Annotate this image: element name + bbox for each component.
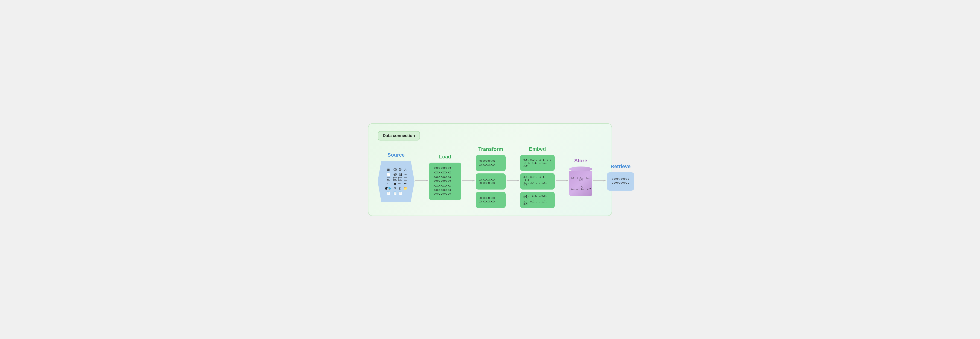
- load-line-5: XXXXXXXXXX: [434, 184, 457, 187]
- store-line-1: 0.5, 0.2....0.1, 0.9: [570, 177, 591, 181]
- embed-col: 0.5, 0.2....0.1, 0.9 -0.1, 0.4....1.4, 5…: [520, 155, 555, 208]
- svg-marker-1: [395, 169, 396, 170]
- embed-block-3: 5.5, -0.3....0.8, 2.3 2.1, 0.1....-1.7, …: [520, 192, 555, 208]
- icon-html: HTML: [398, 182, 402, 185]
- store-line-3: 2.1, 0.1....-1.7, 0.9: [570, 185, 591, 190]
- icon-folder: 📁: [403, 186, 407, 190]
- icon-twitter: 🐦: [385, 186, 392, 190]
- title-badge: Data connection: [378, 131, 420, 140]
- svg-text:DOC: DOC: [393, 178, 396, 180]
- embed-block-1: 0.5, 0.2....0.1, 0.9 -0.1, 0.4....1.4, 5…: [520, 155, 555, 171]
- transform-block-2: XXXXXXXXXX XXXXXXXXXX: [476, 173, 506, 189]
- source-shape: ⊞ △ 📄 🖼 CSV: [378, 161, 414, 202]
- icon-csv: CSV: [403, 172, 407, 176]
- t2-line2: XXXXXXXXXX: [479, 182, 502, 185]
- stage-embed: Embed 0.5, 0.2....0.1, 0.9 -0.1, 0.4....…: [520, 146, 555, 208]
- transform-block-3: XXXXXXXXXX XXXXXXXXXX: [476, 192, 506, 208]
- load-block: XXXXXXXXXX XXXXXXXXXX XXXXXXXXXX XXXXXXX…: [429, 162, 461, 200]
- load-line-6: XXXXXXXXXX: [434, 189, 457, 192]
- retrieve-label: Retrieve: [611, 164, 631, 170]
- icon-wikipedia: W: [403, 182, 407, 185]
- r-line1: XXXXXXXXXX: [612, 178, 629, 181]
- svg-text:M↓: M↓: [387, 183, 388, 185]
- t3-line1: XXXXXXXXXX: [479, 197, 502, 199]
- stage-transform: Transform XXXXXXXXXX XXXXXXXXXX XXXXXXXX…: [476, 146, 506, 208]
- svg-point-4: [394, 173, 396, 176]
- load-line-7: XXXXXXXXXX: [434, 193, 457, 196]
- e3-line2: 2.1, 0.1....-1.7, 0.9: [523, 201, 552, 205]
- retrieve-block: XXXXXXXXXX XXXXXXXXXX: [607, 172, 635, 191]
- r-line2: XXXXXXXXXX: [612, 182, 629, 185]
- load-label: Load: [439, 154, 451, 160]
- icon-github: [393, 172, 397, 176]
- e3-line1: 5.5, -0.3....0.8, 2.3: [523, 194, 552, 200]
- embed-block-2: 0.2, 0.7....2.1, -1.2 4.1, 3.4....-1.5, …: [520, 173, 555, 189]
- source-label: Source: [388, 152, 405, 158]
- transform-col: XXXXXXXXXX XXXXXXXXXX XXXXXXXXXX XXXXXXX…: [476, 155, 506, 208]
- icon-gdrive: △: [403, 168, 407, 171]
- load-line-1: XXXXXXXXXX: [434, 167, 457, 170]
- stage-load: Load XXXXXXXXXX XXXXXXXXXX XXXXXXXXXX XX…: [429, 154, 461, 200]
- icon-file4: 📄: [398, 191, 402, 195]
- icon-notion: ▣: [393, 182, 397, 185]
- transform-block-1: XXXXXXXXXX XXXXXXXXXX: [476, 155, 506, 171]
- icon-image: 🖼: [398, 172, 402, 176]
- stage-retrieve: Retrieve XXXXXXXXXX XXXXXXXXXX: [607, 164, 635, 191]
- t1-line1: XXXXXXXXXX: [479, 160, 502, 162]
- embed-label: Embed: [529, 146, 546, 152]
- e2-line1: 0.2, 0.7....2.1, -1.2: [523, 176, 552, 181]
- e1-line1: 0.5, 0.2....0.1, 0.9: [523, 159, 552, 161]
- main-container: Data connection Source ⊞ △ 📄: [368, 123, 612, 216]
- arrow-5: [592, 178, 607, 183]
- pipeline: Source ⊞ △ 📄 🖼: [378, 146, 602, 208]
- svg-marker-28: [603, 180, 606, 181]
- svg-point-3: [401, 170, 401, 170]
- icon-ppt: PPT: [403, 177, 407, 181]
- store-cylinder: 0.5, 0.2....0.1, 0.9 : 2.1, 0.1....-1.7,…: [569, 167, 592, 196]
- svg-marker-26: [566, 180, 568, 181]
- icon-slack: ⊞: [385, 168, 392, 171]
- svg-text:TXT: TXT: [399, 178, 402, 180]
- svg-text:CSV: CSV: [404, 174, 407, 175]
- icon-code: {}: [398, 186, 402, 190]
- t2-line1: XXXXXXXXXX: [479, 178, 502, 181]
- svg-point-2: [399, 170, 400, 170]
- arrow-1: [414, 178, 429, 183]
- title-text: Data connection: [383, 133, 415, 138]
- e2-line2: 4.1, 3.4....-1.5, 2.5: [523, 182, 552, 187]
- icon-file2: 📄: [385, 191, 392, 195]
- svg-text:PPT: PPT: [404, 178, 406, 180]
- t1-line2: XXXXXXXXXX: [479, 164, 502, 166]
- e1-line2: -0.1, 0.4....1.4, 5.9: [523, 162, 552, 167]
- icon-youtube: [393, 168, 397, 171]
- icon-file3: 📄: [393, 191, 397, 195]
- stage-source: Source ⊞ △ 📄 🖼: [378, 152, 414, 202]
- stage-store: Store 0.5, 0.2....0.1, 0.9 : 2.1, 0.1...…: [569, 158, 592, 196]
- icon-zip: ZIP: [385, 177, 392, 181]
- transform-label: Transform: [478, 146, 503, 152]
- icon-discord: [398, 168, 402, 171]
- svg-text:ZIP: ZIP: [387, 178, 389, 180]
- svg-marker-20: [426, 180, 428, 181]
- store-line-2: :: [580, 182, 581, 185]
- icon-email: ✉: [393, 186, 397, 190]
- icon-doc: DOC: [393, 177, 397, 181]
- load-line-2: XXXXXXXXXX: [434, 171, 457, 174]
- svg-marker-22: [473, 180, 475, 181]
- arrow-2: [461, 178, 476, 183]
- store-label: Store: [574, 158, 587, 164]
- icon-txt: TXT: [398, 177, 402, 181]
- t3-line2: XXXXXXXXXX: [479, 201, 502, 203]
- arrow-3: [506, 178, 520, 183]
- load-line-3: XXXXXXXXXX: [434, 175, 457, 178]
- arrow-4: [555, 178, 569, 183]
- cylinder-body: 0.5, 0.2....0.1, 0.9 : 2.1, 0.1....-1.7,…: [569, 171, 592, 196]
- icon-md: M↓: [385, 182, 392, 185]
- svg-marker-24: [517, 180, 519, 181]
- source-icon-grid: ⊞ △ 📄 🖼 CSV: [380, 166, 412, 197]
- load-line-4: XXXXXXXXXX: [434, 180, 457, 183]
- cylinder-wrap: 0.5, 0.2....0.1, 0.9 : 2.1, 0.1....-1.7,…: [569, 167, 592, 196]
- icon-file: 📄: [385, 172, 392, 176]
- svg-text:HTML: HTML: [398, 183, 402, 185]
